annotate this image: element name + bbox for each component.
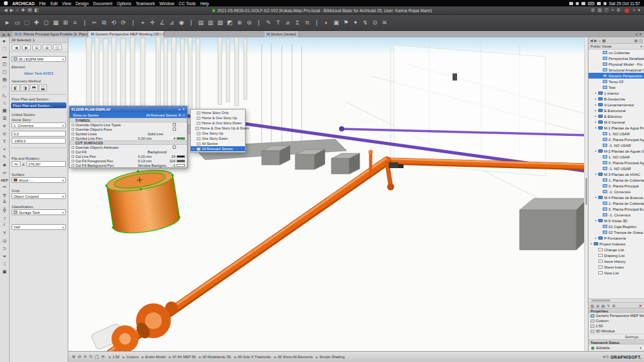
tree-item[interactable]: -1. Cimientos xyxy=(589,189,644,195)
show-on-stories-row[interactable]: Show on Stories All Relevant Stories ▤ ◫ xyxy=(70,112,187,118)
navigator-nav-icon[interactable]: ⌂ xyxy=(598,39,601,43)
toolbar-icon[interactable]: ▥ xyxy=(206,17,215,29)
pen-color-swatch[interactable] xyxy=(177,155,185,158)
mep-tool-icon[interactable]: ═ xyxy=(3,183,6,191)
scrollbar-thumb[interactable] xyxy=(585,178,587,205)
mep-tool-icon[interactable]: ▣ xyxy=(3,268,7,276)
tree-item[interactable]: 01 Caja Registro xyxy=(589,224,644,229)
tool-icon[interactable]: ◺ xyxy=(3,91,6,99)
mep-tool-icon[interactable]: ┌ xyxy=(3,214,6,222)
menu-item[interactable]: Document xyxy=(93,1,113,6)
menu-option[interactable]: • One Story Down xyxy=(191,136,245,141)
tree-item[interactable]: ▸ V-Levantamientos xyxy=(589,102,644,108)
tree-item[interactable]: Temp CF xyxy=(589,79,644,84)
toolbar-icon[interactable]: | xyxy=(128,17,138,29)
scrollbar-thumb[interactable] xyxy=(591,300,610,301)
floor-plan-section-button[interactable]: Floor Plan and Section... xyxy=(11,102,66,108)
panel-title-bar[interactable]: FLOOR PLAN DISPLAY ▲ ▼ xyxy=(70,106,187,112)
apple-logo[interactable] xyxy=(4,1,8,5)
tree-item[interactable]: -1. NO USAR xyxy=(589,142,644,148)
menu-option[interactable]: • Home & One Story Up xyxy=(191,115,245,120)
tree-item[interactable]: Generic Perspective xyxy=(589,73,644,79)
toolbar-icon[interactable]: | xyxy=(80,17,90,29)
tree-item[interactable]: ▾ M-3 Plantas de HVAC xyxy=(589,171,644,177)
tree-item[interactable]: ▾ M-4 Plantas de Evacua... xyxy=(589,195,644,200)
tree-item[interactable]: Structural Analytical f... xyxy=(589,67,644,73)
toolbar-icon[interactable]: ✂ xyxy=(90,17,99,29)
wifi-icon[interactable] xyxy=(581,2,585,5)
expand-icon[interactable]: ▼ xyxy=(182,108,185,111)
tree-item[interactable]: Physical Model - Fin... xyxy=(589,61,644,67)
toolbar-icon[interactable]: ✛ xyxy=(148,17,157,29)
toolbar-icon[interactable]: ▣ xyxy=(331,17,341,29)
tool-icon[interactable]: ⌖ xyxy=(3,146,6,153)
3d-viewport[interactable] xyxy=(68,37,588,351)
statusbar-setting[interactable]: ▶ 00-Solo X Traslúcido xyxy=(234,355,271,359)
flip-icon[interactable]: ⇋ xyxy=(12,161,21,167)
geometry-method-button[interactable]: ◧ xyxy=(12,84,20,91)
statusbar-setting[interactable]: ▶ 1:50 xyxy=(109,355,119,359)
zoom-control-icon[interactable]: ✛ xyxy=(83,354,88,359)
crop-dropdown[interactable]: Object Cropped▾ xyxy=(12,193,66,199)
mep-tool-icon[interactable]: Y xyxy=(3,229,6,237)
tabbar-menu-icon[interactable]: ▾ xyxy=(639,32,641,36)
tree-item[interactable]: no Cubiertas xyxy=(589,50,644,55)
tree-item[interactable]: ▸ B-Geotecnia xyxy=(589,96,644,102)
tool-icon[interactable]: ☰ xyxy=(3,115,6,122)
menu-item[interactable]: Design xyxy=(75,1,88,6)
toolbar-icon[interactable]: ⊙ xyxy=(370,17,380,29)
toolbar-icon[interactable]: ⟳ xyxy=(119,17,128,29)
control-center-icon[interactable] xyxy=(603,2,607,5)
id-dropdown[interactable]: TAP▾ xyxy=(12,224,66,230)
tree-item[interactable]: ▸ E-Eléctrico xyxy=(589,113,644,119)
setting-row[interactable]: Cut Fill Background xyxy=(70,149,187,154)
tree-item[interactable]: 0. Planta Principal Ag... xyxy=(589,160,644,166)
titlebar-icon[interactable]: ▶ xyxy=(8,8,14,12)
toolbar-icon[interactable]: ◉ xyxy=(177,17,186,29)
tree-item[interactable]: 0. Planta Principal Ev... xyxy=(589,206,644,212)
menu-item[interactable]: File xyxy=(39,1,46,6)
tree-item[interactable]: Test xyxy=(589,84,644,90)
titlebar-icon[interactable]: ▤ xyxy=(26,8,34,12)
teamwork-status-row[interactable]: Editable ▾ xyxy=(589,345,644,351)
tree-item[interactable]: -1. NO USAR xyxy=(589,166,644,171)
tree-item[interactable]: ▸ P-Fontanería xyxy=(589,235,644,241)
navigator-nav-icon[interactable]: ▦ xyxy=(602,38,606,43)
user-avatar[interactable] xyxy=(625,8,629,13)
palette-icon[interactable]: ⚙ xyxy=(612,303,615,308)
tool-icon[interactable]: ✎ xyxy=(3,153,6,161)
tool-icon[interactable]: Τ xyxy=(3,138,6,146)
mep-tool-icon[interactable]: ╩ xyxy=(3,198,6,206)
titlebar-icon[interactable]: ⚙ xyxy=(615,8,621,12)
menu-option[interactable]: • All Relevant Stories xyxy=(191,146,245,151)
navigator-mode-icon[interactable]: ◫ xyxy=(639,38,643,43)
menu-item[interactable]: Edit xyxy=(50,1,57,6)
tool-icon[interactable]: ◫ xyxy=(3,61,7,68)
menu-option[interactable]: • One Story Up xyxy=(191,131,245,136)
settings-link[interactable]: Settings... xyxy=(589,334,644,339)
tool-icon[interactable]: ▢ xyxy=(3,68,7,76)
infobox-mini-button[interactable]: ◫ xyxy=(53,44,62,50)
tree-item[interactable]: 02 Trampa de Grasa xyxy=(589,229,644,235)
mep-tool-icon[interactable]: ╦ xyxy=(3,191,6,198)
rotation-field[interactable]: 270,00° xyxy=(26,161,66,167)
mep-tool-icon[interactable]: ⌶ xyxy=(3,260,6,268)
geometry-method-button[interactable]: ⬓ xyxy=(39,84,47,91)
tree-item[interactable]: 1. NO USAR xyxy=(589,154,644,160)
toolbar-icon[interactable]: ⌀ xyxy=(283,17,293,29)
menu-item[interactable]: Help xyxy=(200,1,209,6)
toolbar-icon[interactable]: ⊞ xyxy=(61,17,70,29)
mep-tool-icon[interactable]: ◎ xyxy=(3,237,6,245)
property-row[interactable]: Custom xyxy=(589,318,644,323)
palette-icon[interactable]: ✎ xyxy=(607,303,610,308)
titlebar-icon[interactable]: ◫ xyxy=(603,8,610,12)
messages-badge[interactable]: ✉ 3 xyxy=(603,355,609,359)
toolbar-icon[interactable]: ⚑ xyxy=(341,17,351,29)
tool-icon[interactable]: ◠ xyxy=(3,84,6,91)
toolbar-icon[interactable]: ↯ xyxy=(360,17,370,29)
zoom-control-icon[interactable]: ▢ xyxy=(94,354,101,359)
zoom-control-icon[interactable]: ⊖ xyxy=(77,354,83,359)
menu-option[interactable]: • Home & One Story Up & Down xyxy=(191,126,245,131)
property-row[interactable]: 3D Window xyxy=(589,329,644,334)
screen-record-icon[interactable] xyxy=(576,2,579,5)
